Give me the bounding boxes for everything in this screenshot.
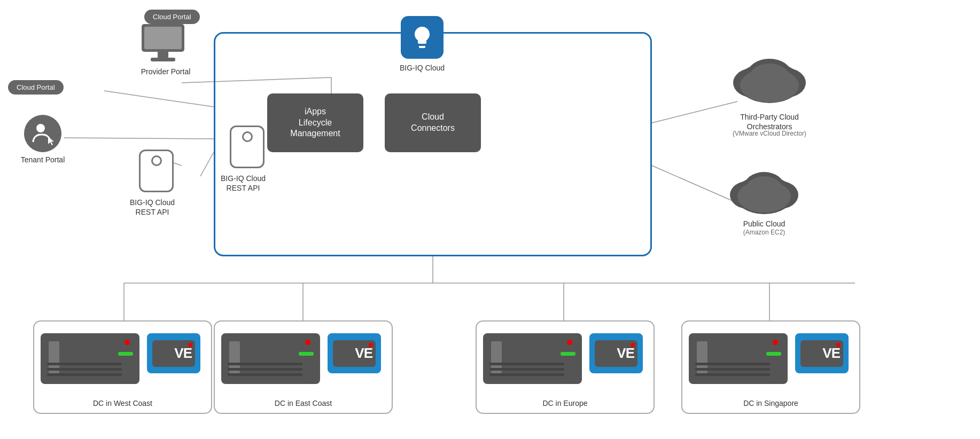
rack-led-green-1 xyxy=(118,352,133,356)
ve-label-4: VE xyxy=(822,345,840,362)
dc-east-coast-box: VE DC in East Coast xyxy=(214,320,393,414)
ve-box-inner-3: VE xyxy=(595,340,637,367)
public-cloud-label: Public Cloud xyxy=(721,219,807,229)
rack-led-red-2 xyxy=(305,340,310,345)
ve-box-3: VE xyxy=(589,333,643,373)
rest-api-icon-inner xyxy=(230,126,265,168)
provider-portal-container xyxy=(139,21,187,66)
provider-portal-label: Provider Portal xyxy=(136,67,195,76)
svg-line-0 xyxy=(104,91,214,107)
dc-west-coast-box: VE DC in West Coast xyxy=(33,320,212,414)
rack-west-coast xyxy=(41,333,139,384)
ve-led-3 xyxy=(631,343,635,347)
rack-led-green-2 xyxy=(299,352,314,356)
monitor-icon xyxy=(139,21,187,64)
ve-box-inner-4: VE xyxy=(800,340,843,367)
svg-point-18 xyxy=(36,124,45,132)
ve-box-1: VE xyxy=(147,333,200,373)
ve-box-4: VE xyxy=(795,333,849,373)
dc-europe-label: DC in Europe xyxy=(477,399,654,407)
rack-europe xyxy=(483,333,582,384)
dc-east-coast-label: DC in East Coast xyxy=(215,399,392,407)
ve-led-2 xyxy=(369,343,373,347)
rack-singapore xyxy=(689,333,788,384)
rack-led-red-3 xyxy=(567,340,572,345)
rack-led-red-1 xyxy=(125,340,130,345)
svg-rect-15 xyxy=(144,27,182,49)
rack-led-green-4 xyxy=(766,352,781,356)
cloud-portal-pill-left: Cloud Portal xyxy=(8,80,64,95)
ve-label-2: VE xyxy=(355,345,372,362)
dc-singapore-box: VE DC in Singapore xyxy=(681,320,860,414)
architecture-diagram: BIG-IQ Cloud iAppsLifecycleManagement Cl… xyxy=(0,0,980,439)
dc-west-coast-label: DC in West Coast xyxy=(34,399,211,407)
lightbulb-icon xyxy=(409,25,435,50)
iapps-label: iAppsLifecycleManagement xyxy=(290,106,340,139)
svg-rect-17 xyxy=(151,58,175,61)
ve-box-2: VE xyxy=(328,333,381,373)
ve-led-4 xyxy=(836,343,841,347)
public-cloud-sublabel: (Amazon EC2) xyxy=(721,229,807,237)
bigiq-cloud-label: BIG-IQ Cloud xyxy=(363,63,481,73)
rack-led-green-3 xyxy=(561,352,575,356)
svg-line-13 xyxy=(64,138,214,139)
rest-api-inner-label: BIG-IQ CloudREST API xyxy=(211,174,275,193)
bigiq-icon xyxy=(401,16,444,59)
ve-label-1: VE xyxy=(174,345,192,362)
tenant-portal-label: Tenant Portal xyxy=(16,155,69,164)
public-cloud-container: Public Cloud (Amazon EC2) xyxy=(727,166,802,226)
iapps-block: iAppsLifecycleManagement xyxy=(267,93,363,152)
third-party-cloud-container: Third-Party CloudOrchestrators (VMware v… xyxy=(727,53,812,120)
ve-box-inner-1: VE xyxy=(152,340,195,367)
svg-marker-19 xyxy=(48,137,54,145)
dc-europe-box: VE DC in Europe xyxy=(476,320,655,414)
rack-led-red-4 xyxy=(773,340,778,345)
third-party-cloud-label: Third-Party CloudOrchestrators xyxy=(716,112,823,131)
svg-rect-16 xyxy=(158,52,168,58)
cloud-portal-pill-top: Cloud Portal xyxy=(144,10,200,24)
tenant-icon xyxy=(24,115,61,152)
svg-line-6 xyxy=(652,166,737,203)
rack-east-coast xyxy=(221,333,320,384)
rest-api-outer-label: BIG-IQ CloudREST API xyxy=(118,198,187,217)
cloud-connectors-label: CloudConnectors xyxy=(411,112,455,134)
person-cursor-icon xyxy=(31,122,55,145)
svg-line-3 xyxy=(200,152,214,176)
ve-box-inner-2: VE xyxy=(333,340,376,367)
ve-label-3: VE xyxy=(617,345,634,362)
dc-singapore-label: DC in Singapore xyxy=(682,399,859,407)
ve-led-1 xyxy=(188,343,192,347)
svg-point-25 xyxy=(749,64,790,91)
public-cloud-icon xyxy=(727,166,802,224)
rest-api-icon-outer xyxy=(139,150,174,192)
svg-point-31 xyxy=(746,176,782,202)
cloud-connectors-block: CloudConnectors xyxy=(385,93,481,152)
third-party-cloud-sublabel: (VMware vCloud Director) xyxy=(716,130,823,138)
third-party-cloud-icon xyxy=(727,53,812,117)
